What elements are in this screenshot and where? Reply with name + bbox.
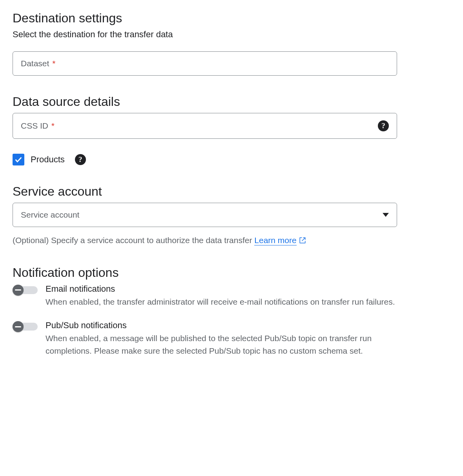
destination-settings-section: Destination settings Select the destinat…: [13, 11, 397, 76]
email-notifications-label: Email notifications: [46, 284, 397, 294]
dataset-field[interactable]: Dataset *: [13, 51, 397, 76]
email-notifications-row: Email notifications When enabled, the tr…: [13, 284, 397, 308]
notification-options-section: Notification options Email notifications…: [13, 265, 397, 357]
external-link-icon: [299, 237, 306, 244]
email-notifications-description: When enabled, the transfer administrator…: [46, 296, 397, 308]
help-icon[interactable]: ?: [75, 154, 86, 165]
service-account-select[interactable]: Service account: [13, 203, 397, 227]
products-checkbox-label: Products: [31, 154, 65, 165]
help-icon[interactable]: ?: [378, 120, 389, 131]
chevron-down-icon: [383, 211, 389, 218]
check-icon: [14, 155, 23, 164]
service-account-section: Service account Service account (Optiona…: [13, 184, 397, 247]
dataset-field-label: Dataset *: [21, 59, 55, 68]
service-account-helper: (Optional) Specify a service account to …: [13, 234, 397, 247]
service-account-select-label: Service account: [21, 210, 79, 220]
css-id-field-label: CSS ID *: [21, 121, 55, 131]
destination-settings-title: Destination settings: [13, 11, 397, 25]
toggle-thumb: [13, 285, 24, 296]
products-checkbox-row: Products ?: [13, 154, 397, 165]
minus-icon: [15, 326, 21, 327]
required-indicator: *: [51, 121, 55, 130]
required-indicator: *: [52, 59, 55, 68]
pubsub-notifications-row: Pub/Sub notifications When enabled, a me…: [13, 320, 397, 357]
products-checkbox[interactable]: [13, 154, 24, 165]
svg-rect-2: [15, 326, 21, 327]
data-source-details-title: Data source details: [13, 94, 397, 109]
toggle-thumb: [13, 321, 24, 332]
css-id-field[interactable]: CSS ID * ?: [13, 113, 397, 139]
email-notifications-toggle[interactable]: [13, 285, 38, 296]
notification-options-title: Notification options: [13, 265, 397, 280]
minus-icon: [15, 289, 21, 291]
pubsub-notifications-toggle[interactable]: [13, 321, 38, 332]
pubsub-notifications-description: When enabled, a message will be publishe…: [46, 332, 397, 357]
svg-rect-1: [15, 289, 21, 291]
data-source-details-section: Data source details CSS ID * ? Products …: [13, 94, 397, 165]
destination-settings-subtitle: Select the destination for the transfer …: [13, 29, 397, 40]
learn-more-link[interactable]: Learn more: [254, 236, 296, 245]
svg-marker-0: [383, 213, 389, 217]
service-account-title: Service account: [13, 184, 397, 199]
pubsub-notifications-label: Pub/Sub notifications: [46, 320, 397, 331]
